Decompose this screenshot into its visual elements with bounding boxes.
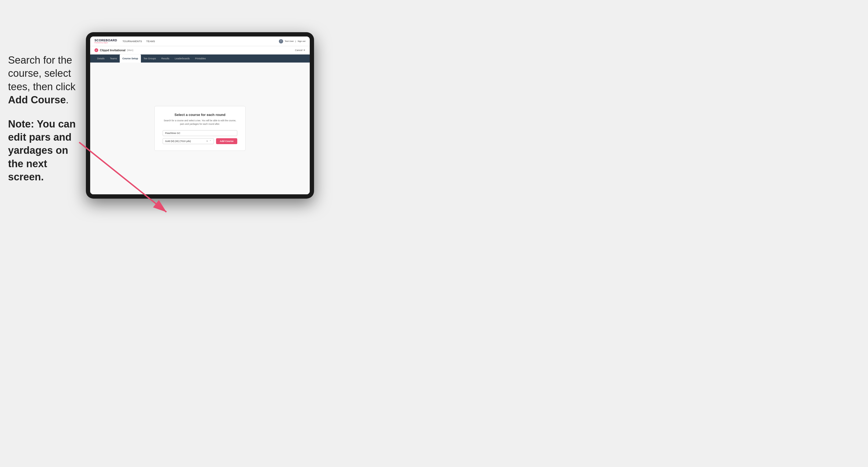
nav-separator: | <box>296 40 296 42</box>
nav-teams[interactable]: TEAMS <box>146 40 155 43</box>
brand-subtitle: Powered by clippd <box>94 42 117 43</box>
tablet-device: SCOREBOARD Powered by clippd TOURNAMENTS… <box>86 32 314 198</box>
user-name: Test User <box>285 40 294 42</box>
course-search-input[interactable] <box>163 130 237 136</box>
tournament-header: C Clippd Invitational (Men) Cancel ✕ <box>90 46 310 55</box>
tab-printables-label: Printables <box>195 57 206 60</box>
cancel-label: Cancel <box>295 49 303 52</box>
add-course-button[interactable]: Add Course <box>216 138 237 144</box>
cancel-icon: ✕ <box>303 49 305 52</box>
nav-tournaments[interactable]: TOURNAMENTS <box>122 40 142 43</box>
nav-user: T Test User | Sign out <box>279 39 305 43</box>
tournament-icon: C <box>94 48 98 52</box>
tab-details[interactable]: Details <box>94 55 107 63</box>
user-avatar: T <box>279 39 283 43</box>
tab-tee-groups-label: Tee Groups <box>144 57 156 60</box>
tee-select-controls: ✕ ⌃ <box>206 140 212 143</box>
tournament-gender: (Men) <box>127 49 133 52</box>
tee-select-row: Gold (M) (M) (7010 yds) ✕ ⌃ Add Course <box>163 138 237 144</box>
tab-course-setup-label: Course Setup <box>122 57 138 60</box>
tee-clear-icon[interactable]: ✕ <box>206 140 208 143</box>
tab-results-label: Results <box>161 57 169 60</box>
annotation-period: . <box>66 94 69 105</box>
sign-out-link[interactable]: Sign out <box>298 40 305 42</box>
tab-leaderboards[interactable]: Leaderboards <box>172 55 192 63</box>
navbar: SCOREBOARD Powered by clippd TOURNAMENTS… <box>90 36 310 46</box>
nav-links: TOURNAMENTS TEAMS <box>122 40 279 43</box>
annotation-text: Search for the course, select tees, then… <box>8 54 83 107</box>
cancel-button[interactable]: Cancel ✕ <box>295 49 305 52</box>
tab-teams-label: Teams <box>110 57 117 60</box>
tee-arrow-icon[interactable]: ⌃ <box>209 140 212 143</box>
tee-select[interactable]: Gold (M) (M) (7010 yds) ✕ ⌃ <box>163 138 214 144</box>
tab-details-label: Details <box>97 57 105 60</box>
card-title: Select a course for each round <box>163 113 237 117</box>
tablet-screen: SCOREBOARD Powered by clippd TOURNAMENTS… <box>90 36 310 194</box>
tab-printables[interactable]: Printables <box>192 55 209 63</box>
note-label: Note: <box>8 118 34 130</box>
tab-bar: Details Teams Course Setup Tee Groups Re… <box>90 55 310 63</box>
annotation-note: Note: You can edit pars and yardages on … <box>8 118 83 184</box>
brand-title: SCOREBOARD <box>94 39 117 42</box>
main-content: Select a course for each round Search fo… <box>90 63 310 194</box>
tee-select-value: Gold (M) (M) (7010 yds) <box>165 140 191 143</box>
tab-results[interactable]: Results <box>159 55 172 63</box>
annotation-area: Search for the course, select tees, then… <box>8 54 83 184</box>
annotation-bold: Add Course <box>8 94 66 105</box>
course-select-card: Select a course for each round Search fo… <box>154 106 246 151</box>
card-description: Search for a course and select a tee. Yo… <box>163 119 237 126</box>
tab-tee-groups[interactable]: Tee Groups <box>141 55 159 63</box>
brand-logo: SCOREBOARD Powered by clippd <box>94 39 117 43</box>
tab-course-setup[interactable]: Course Setup <box>120 55 141 63</box>
tournament-name: Clippd Invitational <box>100 49 125 52</box>
tab-teams[interactable]: Teams <box>107 55 120 63</box>
tab-leaderboards-label: Leaderboards <box>175 57 190 60</box>
tournament-title: C Clippd Invitational (Men) <box>94 48 133 52</box>
